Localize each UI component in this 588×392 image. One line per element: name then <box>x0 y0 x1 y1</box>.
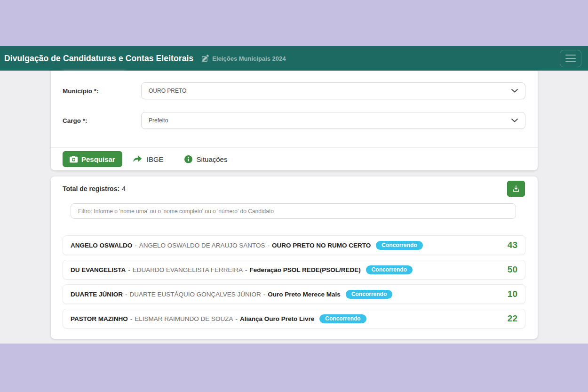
main-content: Município *: OURO PRETO Cargo *: Prefeit… <box>0 71 588 344</box>
cargo-field-row: Cargo *: Prefeito <box>51 112 538 129</box>
separator: - <box>130 315 133 322</box>
election-context-link[interactable]: Eleições Municipais 2024 <box>201 55 286 62</box>
ibge-link[interactable]: IBGE <box>133 155 164 163</box>
candidate-full-name: EDUARDO EVANGELISTA FERREIRA <box>133 266 243 273</box>
total-registros: Total de registros:4 <box>63 185 126 192</box>
status-badge: Concorrendo <box>366 265 413 274</box>
cargo-select[interactable]: Prefeito <box>141 112 525 129</box>
camera-icon <box>70 156 78 163</box>
candidate-row[interactable]: DUARTE JÚNIOR - DUARTE EUSTÁQUIO GONÇALV… <box>63 284 525 304</box>
chevron-down-icon <box>511 119 518 122</box>
edit-icon <box>201 55 209 62</box>
pesquisar-button[interactable]: Pesquisar <box>63 151 122 167</box>
status-badge: Concorrendo <box>376 241 422 250</box>
separator: - <box>135 242 137 249</box>
status-badge: Concorrendo <box>346 290 392 299</box>
separator: - <box>245 266 247 273</box>
separator: - <box>268 242 270 249</box>
bottom-band <box>0 344 588 392</box>
candidate-party: Aliança Ouro Preto Livre <box>240 315 314 322</box>
separator: - <box>128 266 130 273</box>
top-band <box>0 0 588 46</box>
results-header: Total de registros:4 <box>51 176 538 197</box>
chevron-down-icon <box>511 89 518 93</box>
election-context-label: Eleições Municipais 2024 <box>212 55 286 62</box>
situacoes-label: Situações <box>197 155 228 163</box>
candidate-full-name: ELISMAR RAIMUNDO DE SOUZA <box>135 315 233 322</box>
total-registros-value: 4 <box>122 185 126 192</box>
filter-wrap <box>71 203 516 219</box>
municipio-selected-value: OURO PRETO <box>149 88 186 94</box>
download-icon <box>512 184 520 193</box>
candidate-number: 10 <box>508 289 517 299</box>
candidate-full-name: DUARTE EUSTÁQUIO GONÇALVES JÚNIOR <box>130 291 261 298</box>
separator: - <box>125 291 127 298</box>
actions-row: Pesquisar IBGE Situações <box>51 148 538 167</box>
app-header: Divulgação de Candidaturas e Contas Elei… <box>0 46 588 71</box>
separator: - <box>263 291 266 298</box>
candidate-urn-name: DUARTE JÚNIOR <box>71 291 123 298</box>
search-form-card: Município *: OURO PRETO Cargo *: Prefeit… <box>51 71 538 170</box>
ibge-label: IBGE <box>147 155 164 163</box>
status-badge: Concorrendo <box>319 314 366 323</box>
candidate-urn-name: PASTOR MAZINHO <box>71 315 128 322</box>
candidate-full-name: ANGELO OSWALDO DE ARAUJO SANTOS <box>139 242 265 249</box>
candidate-info: PASTOR MAZINHO - ELISMAR RAIMUNDO DE SOU… <box>71 314 366 323</box>
candidate-row[interactable]: DU EVANGELISTA - EDUARDO EVANGELISTA FER… <box>63 260 525 280</box>
candidate-party: Ouro Preto Merece Mais <box>268 291 341 298</box>
results-card: Total de registros:4 ANGELO OSWALDO - AN… <box>51 176 538 339</box>
forward-arrow-icon <box>133 155 143 163</box>
municipio-select[interactable]: OURO PRETO <box>141 82 525 99</box>
candidate-number: 22 <box>508 313 517 324</box>
pesquisar-label: Pesquisar <box>81 155 115 163</box>
situacoes-link[interactable]: Situações <box>184 155 228 163</box>
cargo-selected-value: Prefeito <box>149 117 168 124</box>
separator: - <box>236 315 238 322</box>
cargo-label: Cargo *: <box>63 117 141 124</box>
candidate-number: 50 <box>508 264 517 275</box>
municipio-field-row: Município *: OURO PRETO <box>51 82 538 99</box>
hamburger-icon <box>565 55 576 56</box>
municipio-label: Município *: <box>63 88 141 95</box>
candidate-party: OURO PRETO NO RUMO CERTO <box>272 242 371 249</box>
app-title: Divulgação de Candidaturas e Contas Elei… <box>4 54 193 64</box>
candidate-number: 43 <box>508 240 517 250</box>
download-button[interactable] <box>507 181 525 197</box>
candidate-info: DUARTE JÚNIOR - DUARTE EUSTÁQUIO GONÇALV… <box>71 290 392 299</box>
candidate-info: ANGELO OSWALDO - ANGELO OSWALDO DE ARAUJ… <box>71 241 423 250</box>
candidate-row[interactable]: ANGELO OSWALDO - ANGELO OSWALDO DE ARAUJ… <box>63 235 525 255</box>
candidate-party: Federação PSOL REDE(PSOL/REDE) <box>250 266 361 273</box>
candidate-list: ANGELO OSWALDO - ANGELO OSWALDO DE ARAUJ… <box>63 235 525 328</box>
menu-toggle-button[interactable] <box>560 50 581 67</box>
candidate-urn-name: ANGELO OSWALDO <box>71 242 132 249</box>
filter-input[interactable] <box>71 203 516 219</box>
candidate-info: DU EVANGELISTA - EDUARDO EVANGELISTA FER… <box>71 265 413 274</box>
candidate-row[interactable]: PASTOR MAZINHO - ELISMAR RAIMUNDO DE SOU… <box>63 309 525 328</box>
candidate-urn-name: DU EVANGELISTA <box>71 266 126 273</box>
info-icon <box>184 155 192 163</box>
total-registros-label: Total de registros: <box>63 185 119 192</box>
